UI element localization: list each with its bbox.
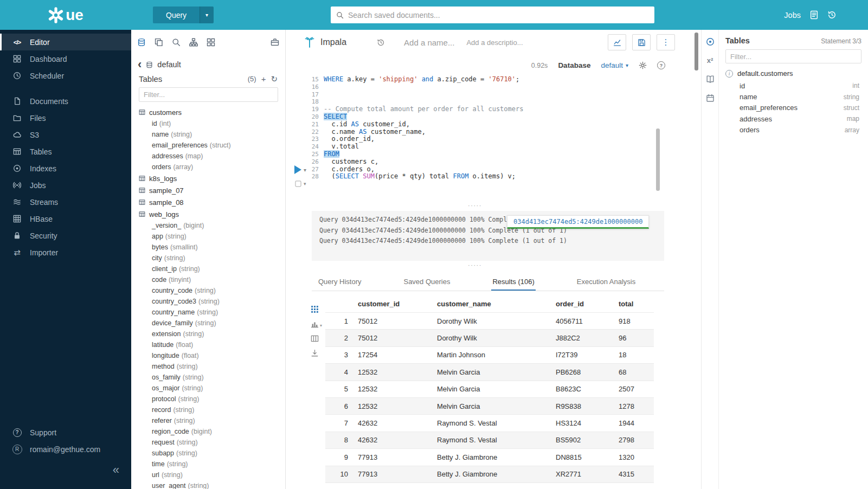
functions-icon[interactable]: x² [707,56,713,65]
tab-results-106[interactable]: Results (106) [491,273,535,291]
run-options-caret[interactable]: ▾ [304,167,306,173]
results-grid-icon[interactable] [311,305,322,313]
sidebar-item-security[interactable]: Security [0,227,131,244]
table-item-web_logs[interactable]: web_logs [139,208,285,220]
sitemap-icon[interactable] [189,38,198,47]
table-filter-input[interactable] [139,87,278,102]
sidebar-item-editor[interactable]: </>Editor [0,34,131,50]
right-column-orders[interactable]: ordersarray [740,125,861,136]
right-column-id[interactable]: idint [740,80,861,91]
column-item-addresses[interactable]: addresses(map) [139,151,285,162]
column-header-order_id[interactable]: order_id [556,295,619,312]
table-item-customers[interactable]: customers [139,106,285,118]
snippet-history-icon[interactable] [377,38,385,47]
sidebar-user[interactable]: R romain@gethue.com [0,441,131,458]
new-query-button[interactable]: Query [153,7,200,23]
info-icon[interactable]: i [725,70,733,78]
right-column-email_preferences[interactable]: email_preferencesstruct [740,102,861,113]
sidebar-item-importer[interactable]: ⇄Importer [0,244,131,261]
tab-query-history[interactable]: Query History [317,273,362,291]
search-input[interactable] [348,11,649,20]
table-item-k8s_logs[interactable]: k8s_logs [139,172,285,184]
search-assist-icon[interactable] [172,38,181,47]
column-item-country_name[interactable]: country_name(string) [139,307,285,318]
column-item-city[interactable]: city(string) [139,253,285,263]
query-name-field[interactable]: Add a name... [404,38,454,47]
column-item-device_family[interactable]: device_family(string) [139,318,285,329]
tab-execution-analysis[interactable]: Execution Analysis [576,273,636,291]
refresh-icon[interactable]: ↻ [271,75,278,83]
apps-grid-icon[interactable] [207,38,215,47]
column-item-country_code[interactable]: country_code(string) [139,285,285,296]
documents-copy-icon[interactable] [155,38,163,47]
sidebar-item-streams[interactable]: Streams [0,194,131,210]
table-item-sample_07[interactable]: sample_07 [139,184,285,196]
column-item-longitude[interactable]: longitude(float) [139,350,285,361]
right-column-addresses[interactable]: addressesmap [740,113,861,124]
editor-help-icon[interactable]: ? [657,61,665,69]
right-column-name[interactable]: namestring [740,91,861,102]
column-item-os_family[interactable]: os_family(string) [139,372,285,383]
database-selector[interactable]: default▾ [601,61,628,69]
sidebar-item-scheduler[interactable]: Scheduler [0,67,131,84]
save-button[interactable] [632,34,651,50]
column-item-email_preferences[interactable]: email_preferences(struct) [139,140,285,151]
column-item-client_ip[interactable]: client_ip(string) [139,263,285,274]
settings-gear-icon[interactable] [639,61,647,69]
hue-logo[interactable]: ue [0,0,131,30]
column-item-method[interactable]: method(string) [139,361,285,372]
column-item-country_code3[interactable]: country_code3(string) [139,296,285,307]
query-description-field[interactable]: Add a descriptio... [466,38,523,47]
engine-name[interactable]: Impala [320,37,346,47]
jobs-link[interactable]: Jobs [784,11,801,20]
column-item-code[interactable]: code(tinyint) [139,274,285,285]
log-resize-handle[interactable]: ····· [286,203,664,210]
column-item-os_major[interactable]: os_major(string) [139,383,285,394]
editor-scrollbar[interactable] [656,128,660,191]
column-item-protocol[interactable]: protocol(string) [139,394,285,404]
query-id-tooltip[interactable]: 034d413ec7474ed5:4249de1000000000 [507,215,649,229]
right-filter-input[interactable] [725,49,861,63]
tab-saved-queries[interactable]: Saved Queries [402,273,451,291]
workload-briefcase-icon[interactable] [271,38,279,47]
sidebar-collapse-button[interactable]: « [113,464,119,476]
results-resize-handle[interactable]: ····· [286,263,664,269]
table-item-sample_08[interactable]: sample_08 [139,196,285,208]
sidebar-item-indexes[interactable]: Indexes [0,160,131,177]
sidebar-item-jobs[interactable]: Jobs [0,177,131,194]
sidebar-item-documents[interactable]: Documents [0,93,131,110]
column-item-time[interactable]: time(string) [139,459,285,469]
back-chevron-icon[interactable]: ‹ [138,61,142,68]
data-browser-icon[interactable] [137,38,146,47]
query-dropdown-caret[interactable]: ▾ [200,7,214,23]
column-item-subapp[interactable]: subapp(string) [139,448,285,459]
column-item-app[interactable]: app(string) [139,231,285,242]
column-item-url[interactable]: url(string) [139,469,285,480]
results-columns-icon[interactable] [311,334,322,343]
column-item-request[interactable]: request(string) [139,437,285,448]
chart-button[interactable] [608,34,626,50]
assistant-icon[interactable] [706,37,715,46]
column-item-bytes[interactable]: bytes(smallint) [139,242,285,253]
column-item-referer[interactable]: referer(string) [139,415,285,426]
more-actions-button[interactable]: ⋮ [657,34,675,50]
query-history-icon[interactable] [827,10,837,20]
schedule-icon[interactable] [706,94,715,102]
column-item-user_agent[interactable]: user_agent(string) [139,480,285,489]
sidebar-item-tables[interactable]: Tables [0,143,131,160]
column-item-name[interactable]: name(string) [139,129,285,140]
breadcrumb-database[interactable]: default [157,60,181,69]
jobs-list-icon[interactable] [809,10,819,20]
language-reference-icon[interactable] [706,75,715,83]
sidebar-item-hbase[interactable]: HBase [0,210,131,227]
results-download-icon[interactable] [311,349,322,357]
chart-type-caret[interactable]: ▾ [320,323,322,328]
column-header-total[interactable]: total [619,295,654,312]
run-button[interactable] [294,165,301,174]
column-item-extension[interactable]: extension(string) [139,329,285,339]
statement-options-caret[interactable]: ▾ [304,181,306,186]
active-table-item[interactable]: i default.customers [725,69,861,78]
statement-marker-icon[interactable] [294,180,302,188]
main-scrollbar[interactable] [695,33,698,70]
column-header-customer_name[interactable]: customer_name [437,295,556,312]
